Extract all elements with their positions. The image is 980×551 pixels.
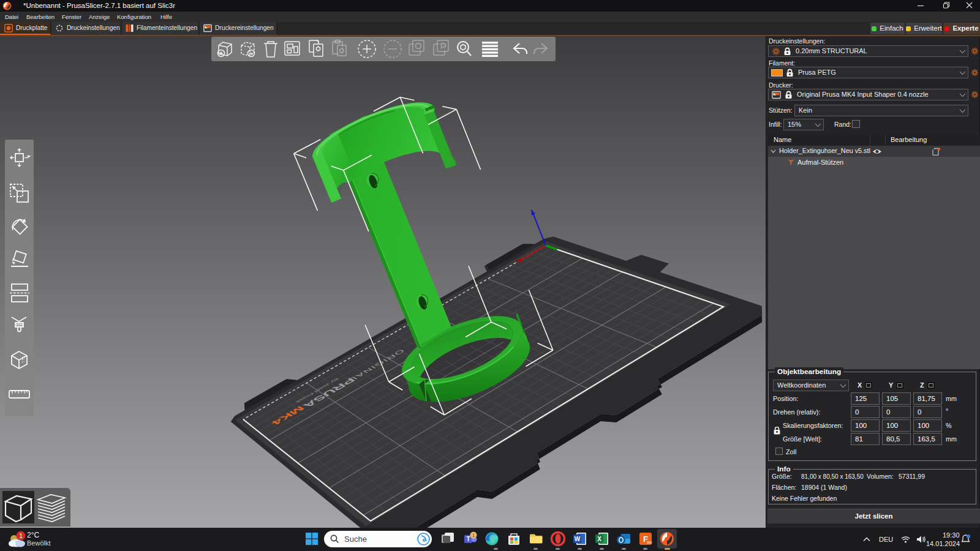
svg-text:W: W xyxy=(575,536,581,542)
svg-text:T: T xyxy=(466,536,470,542)
svg-text:1: 1 xyxy=(472,533,475,538)
svg-text:1: 1 xyxy=(19,532,23,539)
svg-text:360: 360 xyxy=(647,541,652,544)
svg-text:X: X xyxy=(597,536,601,542)
